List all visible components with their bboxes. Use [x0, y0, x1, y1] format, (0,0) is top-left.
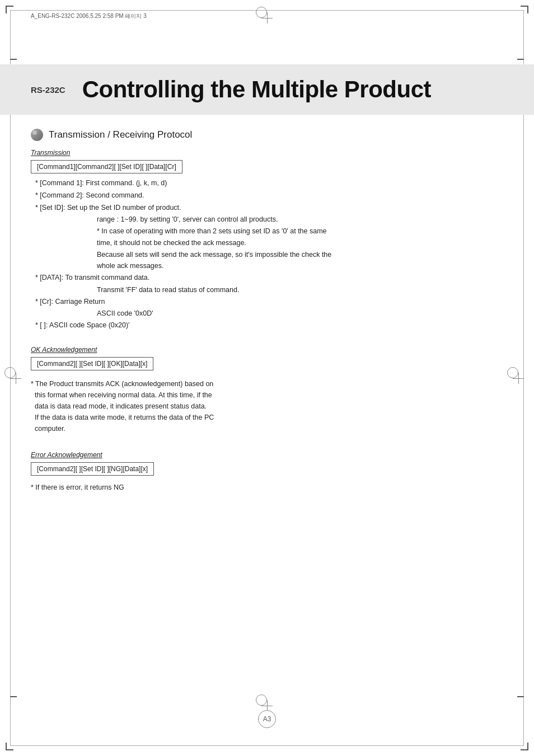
tick-left-top	[10, 59, 17, 60]
bullet-cr: * [Cr]: Carriage Return	[35, 297, 503, 307]
tick-right-bottom	[517, 696, 524, 697]
rs232c-label: RS-232C	[31, 85, 65, 95]
crosshair-left	[10, 373, 21, 384]
error-ack-text: * If there is error, it returns NG	[31, 483, 503, 491]
error-ack-command-box: [Command2][ ][Set ID][ ][NG][Data][x]	[31, 462, 154, 476]
bullet-setid-time: time, it should not be checked the ack m…	[97, 238, 503, 248]
corner-mark-tr	[521, 6, 528, 13]
bullet-setid-whole: whole ack messages.	[97, 261, 503, 271]
page-border-top	[10, 10, 524, 11]
main-content: Transmission / Receiving Protocol Transm…	[31, 129, 503, 491]
transmission-label: Transmission	[31, 149, 503, 157]
ok-ack-text: * The Product transmits ACK (acknowledge…	[31, 378, 355, 434]
section-icon	[31, 129, 43, 141]
crosshair-right	[513, 373, 524, 384]
title-section: RS-232C Controlling the Multiple Product	[0, 64, 534, 115]
page-border-bottom	[10, 745, 524, 746]
transmission-command-box: [Command1][Command2][ ][Set ID][ ][Data]…	[31, 160, 182, 173]
section-header: Transmission / Receiving Protocol	[31, 129, 503, 141]
crosshair-bottom	[261, 700, 273, 711]
corner-mark-bl	[6, 743, 13, 750]
bullet-data: * [DATA]: To transmit command data.	[35, 273, 503, 283]
ok-ack-label: OK Acknowledgement	[31, 346, 503, 354]
page-title: Controlling the Multiple Product	[82, 76, 431, 103]
corner-mark-br	[521, 743, 528, 750]
gap2	[31, 438, 503, 445]
bullet-space: * [ ]: ASCII code Space (0x20)'	[35, 320, 503, 331]
bullet-setid: * [Set ID]: Set up the Set ID number of …	[35, 203, 503, 213]
page-number: A3	[258, 710, 276, 728]
bullet-setid-range: range : 1~99. by setting '0', server can…	[97, 214, 503, 225]
header-meta: A_ENG-RS-232C 2006.5.25 2:58 PM 페이지 3	[31, 12, 147, 20]
transmission-bullets: * [Command 1]: First command. (j, k, m, …	[35, 178, 503, 331]
transmission-section: Transmission [Command1][Command2][ ][Set…	[31, 149, 503, 331]
bullet-cr-ascii: ASCII code '0x0D'	[97, 308, 503, 319]
ok-ack-section: OK Acknowledgement [Command2][ ][Set ID]…	[31, 346, 503, 434]
corner-mark-tl	[6, 6, 13, 13]
error-ack-section: Error Acknowledgement [Command2][ ][Set …	[31, 451, 503, 491]
section-title: Transmission / Receiving Protocol	[49, 129, 192, 140]
tick-right-top	[517, 59, 524, 60]
bullet-setid-incase: * In case of operating with more than 2 …	[97, 226, 503, 237]
crosshair-top	[261, 12, 273, 24]
bullet-data-transmit: Transmit 'FF' data to read status of com…	[97, 285, 503, 295]
tick-left-bottom	[10, 696, 17, 697]
bullet-setid-because: Because all sets will send the ack messa…	[97, 250, 503, 260]
gap1	[31, 332, 503, 340]
ok-ack-command-box: [Command2][ ][Set ID][ ][OK][Data][x]	[31, 357, 153, 370]
bullet-command2: * [Command 2]: Second command.	[35, 190, 503, 201]
bullet-command1: * [Command 1]: First command. (j, k, m, …	[35, 178, 503, 189]
error-ack-label: Error Acknowledgement	[31, 451, 503, 459]
